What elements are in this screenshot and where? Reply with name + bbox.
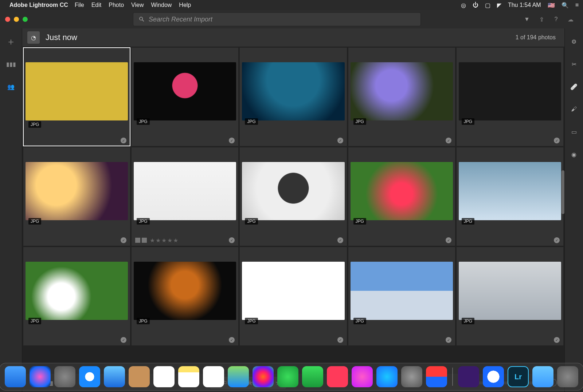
photo-cell[interactable]: JPG✓ [239,247,347,346]
grid-scrollbar[interactable] [562,47,564,374]
dock-downloads[interactable] [532,366,553,387]
menu-help[interactable]: Help [179,2,191,8]
share-icon[interactable]: ⇪ [534,16,549,23]
dock-calendar[interactable] [153,366,175,387]
sync-status-icon: ✓ [446,337,451,343]
photo-cell[interactable]: JPG✓ [456,147,564,246]
dock-imovie[interactable] [458,366,479,387]
dock-maps[interactable] [228,366,249,387]
file-type-badge: JPG [462,218,474,225]
close-button[interactable] [5,17,10,22]
sync-status-icon: ✓ [229,138,235,143]
spotlight-icon[interactable]: 🔍 [562,2,569,9]
photo-cell[interactable]: JPG✓ [23,147,130,246]
photo-thumbnail[interactable] [351,62,453,120]
photo-thumbnail[interactable] [459,162,561,220]
my-photos-icon[interactable]: ▮▮▮ [6,59,16,69]
notification-icon[interactable]: ◤ [497,2,501,9]
cell-rating-stars[interactable]: ★★★★★ [150,237,179,244]
airplay-icon[interactable]: ▢ [485,2,490,9]
app-name[interactable]: Adobe Lightroom CC [9,2,68,8]
input-flag-icon[interactable]: 🇺🇸 [548,2,555,9]
sync-status-icon: ✓ [554,337,560,343]
dock-facetime[interactable] [302,366,323,387]
photo-thumbnail[interactable] [26,262,128,320]
cloud-sync-icon[interactable]: ☁ [563,16,578,23]
file-type-badge: JPG [353,218,366,225]
window-titlebar: Search Recent Import ▼ ⇪ ? ☁ [0,10,583,28]
search-input[interactable]: Search Recent Import [133,12,421,26]
right-sidebar: ⚙ ✂ 🩹 🖌 ▭ ◉ 🏷 [565,28,583,392]
photo-thumbnail[interactable] [134,62,236,120]
dock-siri[interactable] [30,366,51,387]
menubar-clock[interactable]: Thu 1:54 AM [508,2,541,8]
dock-lightroom[interactable]: Lr [508,366,529,387]
brush-icon[interactable]: 🖌 [569,104,579,114]
minimize-button[interactable] [14,17,19,22]
photo-cell[interactable]: JPG✓ [348,47,455,146]
dock-magnet[interactable] [426,366,447,387]
dock-notes[interactable] [178,366,199,387]
photo-thumbnail[interactable] [242,162,344,220]
dock-photos[interactable] [253,366,274,387]
photo-thumbnail[interactable] [242,262,344,320]
healing-brush-icon[interactable]: 🩹 [569,82,579,92]
photo-thumbnail[interactable] [134,262,236,320]
dock-1password[interactable] [483,366,504,387]
dock-safari[interactable] [79,366,100,387]
photo-cell[interactable]: JPG✓ [23,247,130,346]
filter-icon[interactable]: ▼ [520,16,534,23]
menu-photo[interactable]: Photo [109,2,124,8]
cell-flag-icons[interactable] [135,238,147,243]
photo-grid-container: JPG✓JPG✓JPG✓JPG✓JPG✓JPG✓JPG★★★★★✓JPG✓JPG… [22,47,564,374]
edit-panel-icon[interactable]: ⚙ [569,36,579,47]
dock-trash[interactable] [557,366,578,387]
dock-messages[interactable] [277,366,298,387]
photo-cell[interactable]: JPG✓ [348,247,455,346]
photo-cell[interactable]: JPG✓ [456,247,564,346]
photo-cell[interactable]: JPG✓ [239,47,347,146]
photo-thumbnail[interactable] [351,262,453,320]
fullscreen-button[interactable] [23,17,28,22]
photo-cell[interactable]: JPG✓ [348,147,455,246]
radial-gradient-icon[interactable]: ◉ [569,149,579,159]
photo-thumbnail[interactable] [351,162,453,220]
creative-cloud-icon[interactable]: ◎ [461,2,466,9]
dock-launchpad[interactable] [54,366,75,387]
dock-reminders[interactable] [203,366,224,387]
photo-cell[interactable]: JPG✓ [131,247,239,346]
photo-thumbnail[interactable] [459,62,561,120]
recent-import-button[interactable]: ◔ [27,31,40,44]
dock-system-preferences[interactable] [401,366,422,387]
photo-cell[interactable]: JPG✓ [23,47,130,146]
linear-gradient-icon[interactable]: ▭ [569,127,579,137]
dock-news[interactable] [327,366,348,387]
menu-edit[interactable]: Edit [91,2,102,8]
photo-cell[interactable]: JPG✓ [456,47,564,146]
photo-cell[interactable]: JPG✓ [131,47,239,146]
photo-thumbnail[interactable] [26,162,128,220]
photo-thumbnail[interactable] [242,62,344,120]
menu-window[interactable]: Window [151,2,172,8]
sharing-icon[interactable]: 👥 [6,82,16,92]
add-photos-button[interactable]: ＋ [6,36,16,47]
photo-thumbnail[interactable] [459,262,561,320]
dock-mail[interactable] [104,366,125,387]
page-title: Just now [46,33,77,42]
help-icon[interactable]: ? [549,16,563,23]
dock-itunes[interactable] [352,366,373,387]
crop-icon[interactable]: ✂ [569,59,579,69]
dock-finder[interactable] [5,366,26,387]
photo-cell[interactable]: JPG✓ [239,147,347,246]
status-icon[interactable]: ⏻ [473,2,478,8]
sync-status-icon: ✓ [337,337,343,343]
sync-status-icon: ✓ [229,237,235,243]
dock-contacts[interactable] [129,366,150,387]
menu-file[interactable]: File [75,2,84,8]
photo-thumbnail[interactable] [134,162,236,220]
photo-cell[interactable]: JPG★★★★★✓ [131,147,239,246]
menu-view[interactable]: View [131,2,144,8]
photo-thumbnail[interactable] [26,62,128,120]
dock-appstore[interactable] [376,366,398,387]
menubar-list-icon[interactable]: ≡ [575,2,579,8]
